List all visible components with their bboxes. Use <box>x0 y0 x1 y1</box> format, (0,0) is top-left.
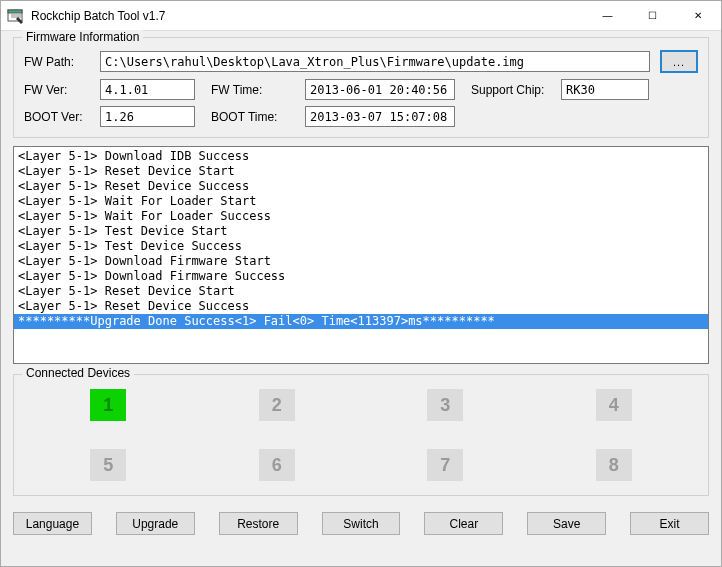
button-row: Language Upgrade Restore Switch Clear Sa… <box>13 512 709 535</box>
log-line[interactable]: <Layer 5-1> Download Firmware Start <box>14 254 708 269</box>
device-slot-3[interactable]: 3 <box>427 389 463 421</box>
device-slot-1[interactable]: 1 <box>90 389 126 421</box>
save-button[interactable]: Save <box>527 512 606 535</box>
log-line[interactable]: <Layer 5-1> Test Device Start <box>14 224 708 239</box>
log-line[interactable]: <Layer 5-1> Test Device Success <box>14 239 708 254</box>
fwpath-field[interactable]: C:\Users\rahul\Desktop\Lava_Xtron_Plus\F… <box>100 51 650 72</box>
browse-button[interactable]: ... <box>660 50 698 73</box>
language-button[interactable]: Language <box>13 512 92 535</box>
boottime-field[interactable]: 2013-03-07 15:07:08 <box>305 106 455 127</box>
devices-group: Connected Devices 12345678 <box>13 374 709 496</box>
app-icon <box>7 7 25 25</box>
close-button[interactable]: ✕ <box>675 1 721 30</box>
boottime-label: BOOT Time: <box>211 110 295 124</box>
bootver-field[interactable]: 1.26 <box>100 106 195 127</box>
svg-rect-1 <box>8 10 22 13</box>
log-line[interactable]: <Layer 5-1> Download Firmware Success <box>14 269 708 284</box>
log-area[interactable]: <Layer 5-1> Download IDB Success<Layer 5… <box>13 146 709 364</box>
clear-button[interactable]: Clear <box>424 512 503 535</box>
fwpath-label: FW Path: <box>24 55 90 69</box>
window-title: Rockchip Batch Tool v1.7 <box>31 9 585 23</box>
bootver-label: BOOT Ver: <box>24 110 90 124</box>
log-line[interactable]: <Layer 5-1> Reset Device Start <box>14 164 708 179</box>
device-slot-2[interactable]: 2 <box>259 389 295 421</box>
fwver-field[interactable]: 4.1.01 <box>100 79 195 100</box>
device-slot-6[interactable]: 6 <box>259 449 295 481</box>
restore-button[interactable]: Restore <box>219 512 298 535</box>
supportchip-field[interactable]: RK30 <box>561 79 649 100</box>
firmware-group: Firmware Information FW Path: C:\Users\r… <box>13 37 709 138</box>
devices-legend: Connected Devices <box>22 366 134 380</box>
fwver-label: FW Ver: <box>24 83 90 97</box>
device-slot-7[interactable]: 7 <box>427 449 463 481</box>
log-line[interactable]: <Layer 5-1> Reset Device Success <box>14 179 708 194</box>
log-line[interactable]: <Layer 5-1> Download IDB Success <box>14 149 708 164</box>
log-line[interactable]: <Layer 5-1> Reset Device Success <box>14 299 708 314</box>
firmware-legend: Firmware Information <box>22 30 143 44</box>
log-line[interactable]: <Layer 5-1> Wait For Loader Success <box>14 209 708 224</box>
device-slot-5[interactable]: 5 <box>90 449 126 481</box>
device-slot-8[interactable]: 8 <box>596 449 632 481</box>
minimize-button[interactable]: — <box>585 1 630 30</box>
fwtime-label: FW Time: <box>211 83 295 97</box>
device-slot-4[interactable]: 4 <box>596 389 632 421</box>
log-line[interactable]: <Layer 5-1> Wait For Loader Start <box>14 194 708 209</box>
maximize-button[interactable]: ☐ <box>630 1 675 30</box>
titlebar[interactable]: Rockchip Batch Tool v1.7 — ☐ ✕ <box>1 1 721 31</box>
log-line[interactable]: <Layer 5-1> Reset Device Start <box>14 284 708 299</box>
switch-button[interactable]: Switch <box>322 512 401 535</box>
log-line-selected[interactable]: **********Upgrade Done Success<1> Fail<0… <box>14 314 708 329</box>
exit-button[interactable]: Exit <box>630 512 709 535</box>
upgrade-button[interactable]: Upgrade <box>116 512 195 535</box>
fwtime-field[interactable]: 2013-06-01 20:40:56 <box>305 79 455 100</box>
supportchip-label: Support Chip: <box>471 83 551 97</box>
